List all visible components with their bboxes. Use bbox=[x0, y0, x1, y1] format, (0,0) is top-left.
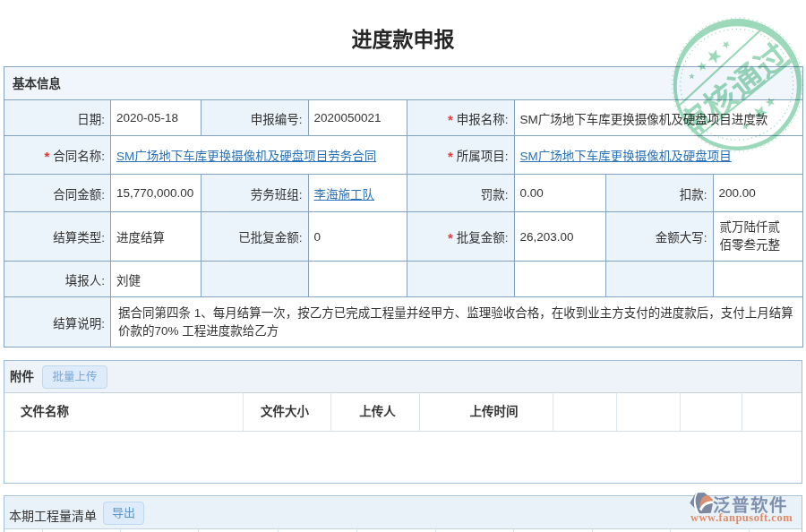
svg-text:审核通过: 审核通过 bbox=[672, 37, 796, 145]
